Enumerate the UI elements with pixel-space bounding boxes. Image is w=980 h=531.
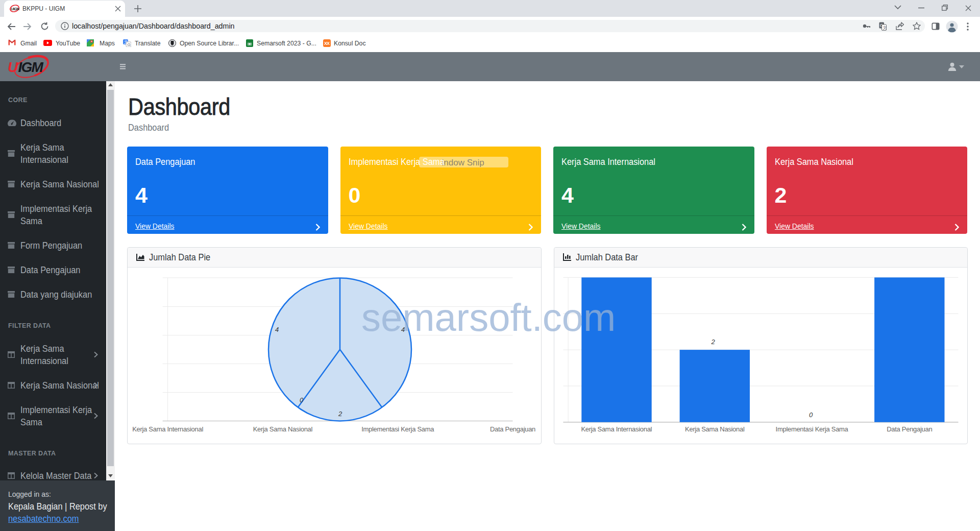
svg-text:Implementasi Kerja Sama: Implementasi Kerja Sama xyxy=(361,425,434,433)
svg-text:0: 0 xyxy=(300,396,304,404)
svg-text:2: 2 xyxy=(338,410,342,418)
svg-text:IGM: IGM xyxy=(18,59,44,75)
svg-text:0: 0 xyxy=(808,411,813,419)
svg-text:Data Pengajuan: Data Pengajuan xyxy=(490,425,535,433)
svg-text:Implementasi Kerja Sama: Implementasi Kerja Sama xyxy=(775,425,848,433)
svg-text:U: U xyxy=(8,59,18,75)
svg-text:2: 2 xyxy=(710,338,715,346)
svg-text:Data Pengajuan: Data Pengajuan xyxy=(887,425,932,433)
svg-text:X: X xyxy=(327,41,330,46)
svg-text:Kerja Sama Internasional: Kerja Sama Internasional xyxy=(581,425,652,433)
svg-text:文: 文 xyxy=(883,26,887,30)
svg-text:G: G xyxy=(128,42,131,47)
svg-text:Kerja Sama Internasional: Kerja Sama Internasional xyxy=(132,425,203,433)
svg-text:Kerja Sama Nasional: Kerja Sama Nasional xyxy=(253,425,313,433)
svg-text:4: 4 xyxy=(275,326,279,333)
svg-text:UIGM: UIGM xyxy=(11,7,19,11)
svg-text:Kerja Sama Nasional: Kerja Sama Nasional xyxy=(685,425,745,433)
